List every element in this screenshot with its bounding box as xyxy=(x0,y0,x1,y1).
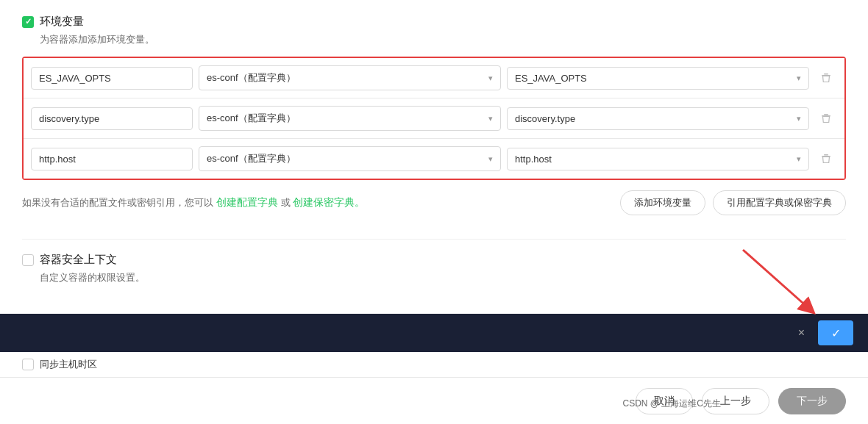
chevron-down-icon-val-2: ▾ xyxy=(797,114,801,123)
env-source-select-2[interactable]: es-conf（配置字典） ▾ xyxy=(199,106,501,131)
sync-row: 同步主机时区 xyxy=(0,352,868,377)
security-section-header: 容器安全上下文 xyxy=(22,253,846,267)
env-section-header: 环境变量 xyxy=(22,15,846,29)
delete-row-btn-1[interactable] xyxy=(815,67,837,89)
info-buttons: 添加环境变量 引用配置字典或保密字典 xyxy=(620,190,846,215)
env-source-label-1: es-conf（配置字典） xyxy=(207,71,296,85)
info-text-prefix: 如果没有合适的配置文件或密钥引用，您可以 xyxy=(22,197,213,208)
bottom-bar: 取消 上一步 下一步 xyxy=(0,377,868,424)
security-section: 容器安全上下文 自定义容器的权限设置。 xyxy=(0,240,868,306)
env-section-title: 环境变量 xyxy=(40,15,84,29)
env-value-select-2[interactable]: discovery.type ▾ xyxy=(507,107,809,130)
chevron-down-icon-val-1: ▾ xyxy=(797,73,801,83)
create-secret-link[interactable]: 创建保密字典。 xyxy=(293,196,365,208)
env-source-label-3: es-conf（配置字典） xyxy=(207,152,296,165)
svg-rect-3 xyxy=(824,114,828,115)
table-row: es-conf（配置字典） ▾ discovery.type ▾ xyxy=(24,98,844,139)
env-section: 环境变量 为容器添加添加环境变量。 es-conf（配置字典） ▾ ES_JAV… xyxy=(0,0,868,239)
env-value-select-1[interactable]: ES_JAVA_OPTS ▾ xyxy=(507,67,809,90)
env-value-label-2: discovery.type xyxy=(515,113,575,124)
info-text: 如果没有合适的配置文件或密钥引用，您可以 创建配置字典 或 创建保密字典。 xyxy=(22,196,365,209)
info-row: 如果没有合适的配置文件或密钥引用，您可以 创建配置字典 或 创建保密字典。 添加… xyxy=(22,190,846,227)
svg-rect-5 xyxy=(824,154,828,156)
env-key-input-3[interactable] xyxy=(31,148,193,170)
delete-row-btn-3[interactable] xyxy=(815,148,837,170)
chevron-down-icon-3: ▾ xyxy=(488,154,493,164)
dark-bar: × ✓ xyxy=(0,314,868,352)
chevron-down-icon-2: ▾ xyxy=(488,114,493,123)
add-env-button[interactable]: 添加环境变量 xyxy=(620,190,705,215)
watermark: CSDN @ 上海运维C先生 xyxy=(622,398,721,410)
security-section-title: 容器安全上下文 xyxy=(40,253,117,267)
env-key-input-1[interactable] xyxy=(31,67,193,90)
delete-row-btn-2[interactable] xyxy=(815,107,837,129)
security-checkbox[interactable] xyxy=(22,254,34,266)
ref-config-button[interactable]: 引用配置字典或保密字典 xyxy=(713,190,846,215)
info-text-mid: 或 xyxy=(281,197,294,208)
table-row: es-conf（配置字典） ▾ ES_JAVA_OPTS ▾ xyxy=(24,58,844,98)
chevron-down-icon-val-3: ▾ xyxy=(797,154,801,164)
create-config-link[interactable]: 创建配置字典 xyxy=(216,196,278,208)
env-value-select-3[interactable]: http.host ▾ xyxy=(507,148,809,170)
env-value-label-3: http.host xyxy=(515,154,552,165)
svg-rect-1 xyxy=(824,73,828,75)
env-key-input-2[interactable] xyxy=(31,107,193,130)
env-source-label-2: es-conf（配置字典） xyxy=(207,112,296,125)
security-section-desc: 自定义容器的权限设置。 xyxy=(40,271,846,284)
env-checkbox[interactable] xyxy=(22,16,34,28)
sync-checkbox[interactable] xyxy=(22,359,34,370)
env-section-desc: 为容器添加添加环境变量。 xyxy=(40,33,846,46)
env-source-select-3[interactable]: es-conf（配置字典） ▾ xyxy=(199,146,501,171)
chevron-down-icon-1: ▾ xyxy=(488,73,493,83)
sync-label: 同步主机时区 xyxy=(40,358,97,371)
table-row: es-conf（配置字典） ▾ http.host ▾ xyxy=(24,139,844,179)
env-source-select-1[interactable]: es-conf（配置字典） ▾ xyxy=(199,65,501,90)
page-container: 环境变量 为容器添加添加环境变量。 es-conf（配置字典） ▾ ES_JAV… xyxy=(0,0,868,424)
next-button[interactable]: 下一步 xyxy=(778,388,846,414)
env-table: es-conf（配置字典） ▾ ES_JAVA_OPTS ▾ es-conf（配… xyxy=(22,57,846,180)
env-value-label-1: ES_JAVA_OPTS xyxy=(515,73,587,84)
dark-bar-confirm-button[interactable]: ✓ xyxy=(818,320,853,345)
dark-bar-close-icon[interactable]: × xyxy=(794,322,809,344)
